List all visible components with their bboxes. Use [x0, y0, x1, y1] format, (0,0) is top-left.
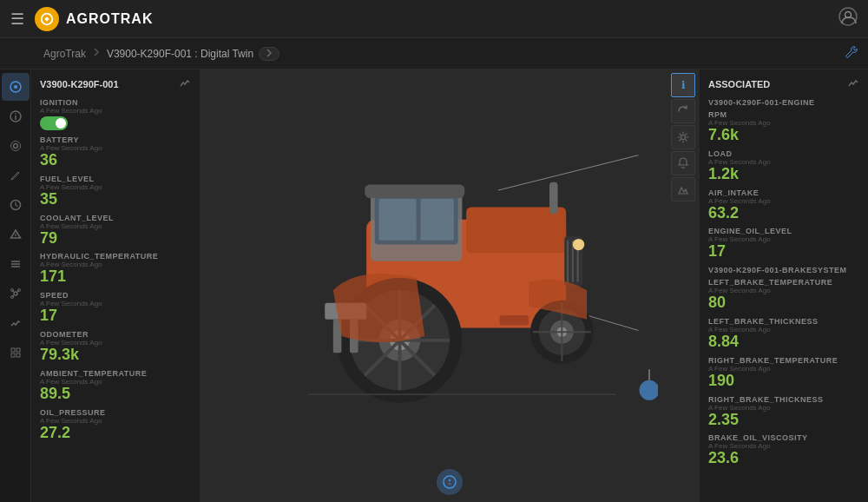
sensor-engine-oil-time: A Few Seconds Ago: [708, 235, 859, 243]
svg-rect-24: [16, 348, 20, 352]
chevron-right-small-icon: [265, 49, 273, 57]
sidebar-item-info[interactable]: [2, 102, 30, 130]
breadcrumb-item1: V3900-K290F-001 : Digital Twin: [107, 48, 253, 60]
grid-icon: [10, 347, 22, 359]
sensor-air-intake-name: AIR_INTAKE: [708, 188, 859, 197]
svg-point-63: [681, 135, 686, 140]
sensor-battery-value: 36: [40, 152, 191, 169]
breadcrumb-bar: AgroTrak V3900-K290F-001 : Digital Twin: [0, 38, 868, 69]
sensor-right-brake-temp: RIGHT_BRAKE_TEMPERATURE A Few Seconds Ag…: [708, 356, 859, 390]
breadcrumb-root[interactable]: AgroTrak: [43, 48, 86, 60]
sensor-ambient-temp: AMBIENT_TEMPERATURE A Few Seconds Ago 89…: [40, 369, 191, 403]
bottom-nav-indicator[interactable]: [437, 469, 463, 495]
svg-rect-28: [466, 207, 566, 253]
sidebar-item-edit[interactable]: [2, 162, 30, 189]
sidebar-item-events[interactable]: [2, 221, 30, 248]
left-panel-chart-icon[interactable]: [179, 76, 191, 91]
sidebar-item-grid[interactable]: [2, 339, 30, 367]
sensor-hydraulic-name: HYDRAULIC_TEMPERATURE: [40, 252, 191, 261]
ignition-toggle[interactable]: [40, 116, 68, 130]
sensor-ambient-name: AMBIENT_TEMPERATURE: [40, 369, 191, 378]
3d-view[interactable]: ℹ: [201, 69, 699, 502]
sidebar-item-history[interactable]: [2, 191, 30, 219]
settings-wrench-icon[interactable]: [844, 45, 858, 63]
gear-icon: [677, 131, 689, 143]
svg-rect-32: [379, 198, 417, 240]
sensor-rpm-value: 7.6k: [708, 127, 859, 144]
sensor-fuel-name: FUEL_LEVEL: [40, 175, 191, 183]
view-tab-rotate[interactable]: [671, 99, 695, 123]
sensor-coolant-value: 79: [40, 230, 191, 248]
svg-rect-25: [11, 353, 15, 357]
svg-point-16: [14, 292, 17, 295]
svg-rect-23: [11, 348, 15, 352]
sidebar-item-connections[interactable]: [2, 280, 30, 307]
sensor-battery-name: BATTERY: [40, 135, 191, 144]
view-tab-info[interactable]: ℹ: [671, 73, 695, 97]
connections-icon: [10, 287, 22, 300]
rotate-icon: [677, 105, 689, 117]
right-panel-header: ASSOCIATED: [708, 76, 859, 91]
user-icon[interactable]: [838, 7, 858, 30]
clock-icon: [10, 199, 22, 211]
tractor-container: ℹ: [201, 69, 699, 502]
sidebar-item-data[interactable]: [2, 250, 30, 278]
sensor-fuel-level: FUEL_LEVEL A Few Seconds Ago 35: [40, 175, 191, 208]
terrain-icon: [677, 183, 689, 195]
sensor-ignition-time: A Few Seconds Ago: [40, 107, 191, 115]
sidebar-item-analytics[interactable]: [2, 309, 30, 337]
logo-icon: [35, 7, 59, 31]
sensor-oil-pressure-name: OIL_PRESSURE: [40, 408, 191, 417]
breadcrumb-sep1: [91, 47, 102, 60]
sensor-engine-oil-level: ENGINE_OIL_LEVEL A Few Seconds Ago 17: [708, 227, 859, 261]
sensor-oil-pressure-value: 27.2: [40, 425, 191, 442]
svg-point-59: [640, 380, 659, 400]
view-tab-settings[interactable]: [671, 125, 695, 149]
sensor-coolant-level: COOLANT_LEVEL A Few Seconds Ago 79: [40, 214, 191, 248]
sidebar-item-digital-twin[interactable]: [2, 73, 30, 101]
menu-icon[interactable]: ☰: [10, 10, 24, 29]
view-tab-alerts[interactable]: [671, 151, 695, 175]
main-content: V3900-K290F-001 IGNITION A Few Seconds A…: [0, 69, 868, 502]
chevron-right-icon: [91, 47, 102, 57]
sensor-fuel-value: 35: [40, 191, 191, 208]
sensor-hydraulic-temp: HYDRAULIC_TEMPERATURE A Few Seconds Ago …: [40, 252, 191, 286]
sensor-speed-name: SPEED: [40, 291, 191, 300]
svg-point-57: [573, 238, 584, 249]
right-associated-panel: ASSOCIATED V3900-K290F-001-ENGINE RPM A …: [699, 69, 868, 502]
sensor-bov-value: 23.6: [708, 450, 859, 467]
sensor-right-brake-thickness: RIGHT_BRAKE_THICKNESS A Few Seconds Ago …: [708, 395, 859, 429]
logo: AGROTRAK: [35, 7, 153, 31]
sensor-lbth-value: 8.84: [708, 334, 859, 351]
svg-point-9: [10, 142, 20, 151]
sensor-lbth-name: LEFT_BRAKE_THICKNESS: [708, 317, 859, 326]
network-icon: [10, 140, 22, 152]
sensor-rbth-name: RIGHT_BRAKE_THICKNESS: [708, 395, 859, 404]
sensor-left-brake-temp: LEFT_BRAKE_TEMPERATURE A Few Seconds Ago…: [708, 278, 859, 312]
sensor-battery: BATTERY A Few Seconds Ago 36: [40, 135, 191, 169]
icon-sidebar: [0, 69, 31, 502]
svg-point-4: [14, 85, 17, 89]
breadcrumb-nav-button[interactable]: [259, 47, 279, 61]
sensor-lbt-time: A Few Seconds Ago: [708, 287, 859, 294]
sensor-engine-oil-value: 17: [708, 243, 859, 261]
sensor-coolant-time: A Few Seconds Ago: [40, 222, 191, 230]
svg-point-64: [444, 476, 456, 488]
sensor-odometer-name: ODOMETER: [40, 330, 191, 339]
digital-twin-icon: [9, 80, 23, 94]
info-icon: [10, 110, 22, 122]
sensor-left-brake-thickness: LEFT_BRAKE_THICKNESS A Few Seconds Ago 8…: [708, 317, 859, 351]
sensor-fuel-time: A Few Seconds Ago: [40, 183, 191, 191]
svg-rect-53: [500, 315, 529, 326]
view-tab-terrain[interactable]: [671, 177, 695, 201]
chart-right-icon: [847, 76, 859, 89]
ignition-toggle-container: [40, 116, 191, 130]
svg-rect-33: [420, 198, 453, 240]
left-panel-header: V3900-K290F-001: [40, 76, 191, 91]
sensor-rbt-name: RIGHT_BRAKE_TEMPERATURE: [708, 356, 859, 365]
logo-svg: [39, 11, 55, 27]
sensor-ignition-name: IGNITION: [40, 98, 191, 107]
sidebar-item-network[interactable]: [2, 132, 30, 160]
compass-icon: [443, 475, 457, 489]
right-panel-chart-icon[interactable]: [847, 76, 859, 91]
